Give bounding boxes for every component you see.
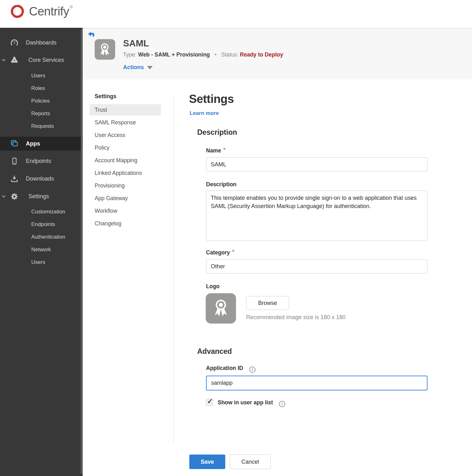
brand-name: Centrify xyxy=(29,5,69,18)
description-label: Description xyxy=(206,181,236,188)
actions-label: Actions xyxy=(123,64,144,71)
subnav-item-saml-response[interactable]: SAML Response xyxy=(90,116,161,129)
sidebar-item-customization[interactable]: Customization xyxy=(0,205,81,218)
chevron-down-icon xyxy=(1,58,6,64)
logo-size-hint: Recommended image size is 180 x 180 xyxy=(246,314,345,321)
required-marker: * xyxy=(232,248,234,255)
category-field[interactable] xyxy=(206,259,428,274)
learn-more-link[interactable]: Learn more xyxy=(190,110,219,116)
name-label: Name* xyxy=(206,147,226,154)
type-value: Web - SAML + Provisioning xyxy=(138,51,210,58)
gear-icon xyxy=(10,192,19,201)
application-id-field[interactable] xyxy=(206,376,428,390)
back-button[interactable] xyxy=(87,31,96,39)
name-field[interactable] xyxy=(206,158,428,171)
brand: Centrify ® xyxy=(9,3,73,19)
application-id-label: Application ID i xyxy=(206,365,256,372)
show-in-user-app-list-checkbox[interactable]: ✓ xyxy=(206,399,213,406)
actions-menu-button[interactable]: Actions xyxy=(123,64,153,71)
registered-mark: ® xyxy=(70,5,73,9)
sidebar-item-users[interactable]: Users xyxy=(0,69,81,82)
content-divider xyxy=(173,95,174,443)
sidebar-item-reports[interactable]: Reports xyxy=(0,107,81,120)
sidebar-item-settings[interactable]: Settings xyxy=(0,190,81,203)
top-bar: Centrify ® xyxy=(0,0,472,28)
sidebar-item-downloads[interactable]: Downloads xyxy=(0,172,81,185)
description-section-heading: Description xyxy=(197,128,237,137)
subnav-item-workflow[interactable]: Workflow xyxy=(90,205,161,217)
award-ribbon-icon xyxy=(210,296,232,319)
app-settings-nav: Settings Trust SAML Response User Access… xyxy=(90,93,161,230)
browse-button[interactable]: Browse xyxy=(246,296,289,310)
sidebar-item-roles[interactable]: Roles xyxy=(0,82,81,95)
status-value: Ready to Deploy xyxy=(240,51,283,58)
subnav-item-linked-applications[interactable]: Linked Applications xyxy=(90,167,161,179)
logo-label: Logo xyxy=(206,283,220,290)
subnav-item-app-gateway[interactable]: App Gateway xyxy=(90,192,161,205)
sidebar-item-settings-endpoints[interactable]: Endpoints xyxy=(0,218,81,231)
app-name: SAML xyxy=(123,38,149,49)
page-title: Settings xyxy=(189,92,234,106)
sidebar-item-network[interactable]: Network xyxy=(0,243,81,256)
app-header: SAML Type: Web - SAML + Provisioning • S… xyxy=(83,28,472,79)
app-icon xyxy=(95,39,115,60)
cancel-button[interactable]: Cancel xyxy=(230,455,271,469)
caret-down-icon xyxy=(147,66,153,69)
device-icon xyxy=(10,157,19,165)
sidebar-item-dashboards[interactable]: Dashboards xyxy=(0,36,81,49)
required-marker: * xyxy=(223,146,226,153)
back-arrow-icon xyxy=(87,31,95,38)
advanced-section-heading: Advanced xyxy=(197,347,232,356)
subnav-item-policy[interactable]: Policy xyxy=(90,141,161,154)
sidebar-item-settings-users[interactable]: Users xyxy=(0,256,81,269)
category-label: Category* xyxy=(206,249,234,256)
sidebar-item-apps[interactable]: Apps xyxy=(0,137,83,151)
checkmark-icon: ✓ xyxy=(207,397,213,406)
app-logo-preview xyxy=(206,293,236,324)
info-icon[interactable]: i xyxy=(279,401,285,407)
subnav-item-trust[interactable]: Trust xyxy=(90,104,161,116)
core-services-icon xyxy=(10,56,19,64)
subnav-item-account-mapping[interactable]: Account Mapping xyxy=(90,154,161,167)
app-meta: Type: Web - SAML + Provisioning • Status… xyxy=(123,51,283,58)
type-label: Type: xyxy=(123,51,137,58)
centrify-admin-screen: Centrify ® Dashboards xyxy=(0,0,472,476)
sidebar-item-policies[interactable]: Policies xyxy=(0,95,81,107)
sidebar-item-core-services[interactable]: Core Services xyxy=(0,54,81,66)
sidebar: Dashboards Core Services Users Roles Pol… xyxy=(0,28,83,476)
subnav-item-changelog[interactable]: Changelog xyxy=(90,217,161,230)
meta-separator: • xyxy=(215,51,216,58)
info-icon[interactable]: i xyxy=(249,366,256,373)
download-icon xyxy=(10,175,19,183)
subnav-item-provisioning[interactable]: Provisioning xyxy=(90,179,161,192)
show-in-user-app-list-label: Show in user app list i xyxy=(218,399,285,406)
subnav-item-user-access[interactable]: User Access xyxy=(90,129,161,141)
award-ribbon-icon xyxy=(97,41,113,57)
gauge-icon xyxy=(10,39,19,47)
status-label: Status: xyxy=(221,51,238,58)
description-field[interactable]: This template enables you to provide sin… xyxy=(206,190,428,241)
apps-icon xyxy=(10,139,19,148)
sidebar-item-authentication[interactable]: Authentication xyxy=(0,231,81,243)
sidebar-item-endpoints[interactable]: Endpoints xyxy=(0,155,81,167)
subnav-title: Settings xyxy=(90,93,161,100)
chevron-down-icon xyxy=(1,194,6,200)
sidebar-scrollbar[interactable] xyxy=(81,29,82,474)
save-button[interactable]: Save xyxy=(189,455,225,469)
sidebar-item-requests[interactable]: Requests xyxy=(0,120,81,133)
centrify-logo-icon xyxy=(9,3,25,19)
